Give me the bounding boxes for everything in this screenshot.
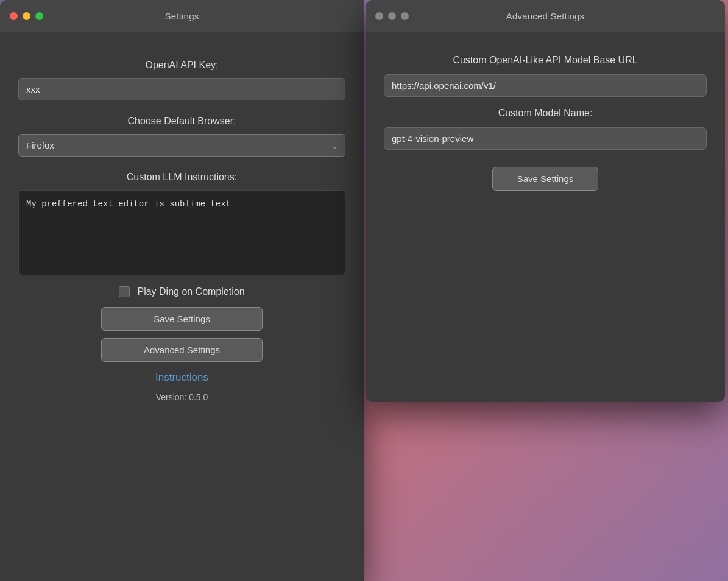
minimize-button-advanced[interactable] (388, 12, 396, 20)
advanced-settings-window: Advanced Settings Custom OpenAI-Like API… (366, 0, 725, 402)
instructions-label: Custom LLM Instructions: (18, 172, 345, 183)
settings-title: Settings (165, 11, 199, 21)
settings-content: OpenAI API Key: Choose Default Browser: … (0, 32, 364, 414)
version-text: Version: 0.5.0 (156, 392, 208, 402)
advanced-save-button[interactable]: Save Settings (492, 167, 599, 191)
advanced-content: Custom OpenAI-Like API Model Base URL Cu… (366, 32, 725, 209)
api-key-label: OpenAI API Key: (18, 60, 345, 71)
save-settings-button[interactable]: Save Settings (101, 307, 263, 331)
browser-select-wrapper: Firefox Chrome Safari Edge ⌄ (18, 134, 345, 157)
base-url-input[interactable] (384, 74, 707, 97)
ding-checkbox-row: Play Ding on Completion (18, 286, 345, 297)
browser-label: Choose Default Browser: (18, 116, 345, 127)
api-key-input[interactable] (18, 78, 345, 100)
ding-checkbox-label: Play Ding on Completion (137, 286, 244, 297)
traffic-lights-advanced (375, 12, 409, 20)
instructions-textarea[interactable]: My preffered text editor is sublime text (18, 190, 345, 275)
model-name-label: Custom Model Name: (384, 108, 707, 119)
settings-titlebar: Settings (0, 0, 364, 32)
instructions-link[interactable]: Instructions (155, 371, 208, 384)
close-button-advanced[interactable] (375, 12, 383, 20)
browser-select[interactable]: Firefox Chrome Safari Edge (18, 134, 345, 157)
model-name-input[interactable] (384, 127, 707, 150)
ding-checkbox[interactable] (119, 286, 130, 297)
maximize-button-settings[interactable] (35, 12, 43, 20)
traffic-lights-settings (10, 12, 43, 20)
advanced-title: Advanced Settings (506, 11, 584, 21)
base-url-label: Custom OpenAI-Like API Model Base URL (384, 55, 707, 66)
advanced-settings-button[interactable]: Advanced Settings (101, 338, 263, 362)
advanced-titlebar: Advanced Settings (366, 0, 725, 32)
settings-window: Settings OpenAI API Key: Choose Default … (0, 0, 364, 581)
minimize-button-settings[interactable] (23, 12, 30, 20)
close-button-settings[interactable] (10, 12, 18, 20)
maximize-button-advanced[interactable] (401, 12, 409, 20)
